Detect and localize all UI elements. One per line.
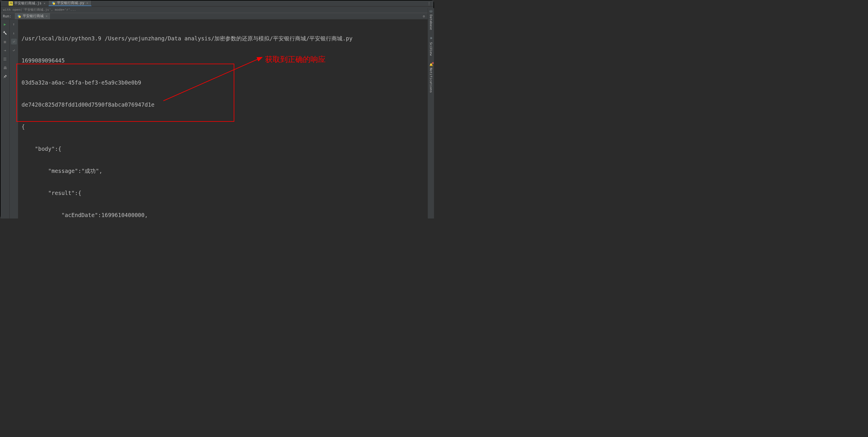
py-file-icon [17,14,21,18]
soft-wrap-button[interactable] [11,39,17,44]
console-line: { [22,121,430,132]
sidebar-notifications[interactable]: Notifications [429,63,433,93]
sidebar-label: Notifications [429,68,433,93]
mark-button[interactable] [2,48,8,53]
console-line: de7420c825d78fdd1d00d7590f8abca076947d1e [22,99,430,110]
run-panel-body: /usr/local/bin/python3.9 /Users/yuejunzh… [1,20,433,218]
editor-tabs-bar: JS 平安银行商城.js × 平安银行商城.py × ⋮ [1,1,433,6]
print-button[interactable] [2,65,8,71]
breadcrumb-text: with open('平安银行商城.js', mode='r'... [3,8,76,11]
run-toolbar-secondary [9,20,18,218]
pin-button[interactable] [2,73,8,79]
annotation-highlight-box [16,64,234,122]
database-icon [429,9,433,14]
console-line: "result":{ [22,187,430,198]
scroll-up-button[interactable] [11,21,17,27]
js-file-icon: JS [9,1,13,5]
tab-label: 平安银行商城.js [14,1,41,6]
run-tab-label: 平安银行商城 [23,14,43,19]
console-line: "message":"成功", [22,165,430,176]
tab-label: 平安银行商城.py [57,1,84,5]
console-line: /usr/local/bin/python3.9 /Users/yuejunzh… [22,33,430,44]
sidebar-database[interactable]: Database [429,9,433,30]
scroll-end-button[interactable] [11,48,17,53]
tab-close-icon[interactable]: × [86,1,88,5]
run-toolbar-primary [1,20,9,218]
sciview-icon [429,37,433,41]
tabs-more-icon[interactable]: ⋮ [427,1,433,6]
sidebar-label: Database [429,14,433,30]
run-config-tab[interactable]: 平安银行商城 × [15,13,50,19]
run-panel-header: Run: 平安银行商城 × [1,13,433,20]
tab-close-icon[interactable]: × [43,1,45,5]
gear-icon[interactable] [423,14,425,18]
tab-js-file[interactable]: JS 平安银行商城.js × [6,1,49,6]
tab-py-file[interactable]: 平安银行商城.py × [49,1,91,6]
notification-dot [432,62,434,64]
right-tool-sidebar: Database SciView Notifications [428,8,434,218]
console-line: "acEndDate":1699610400000, [22,210,430,218]
rerun-button[interactable] [2,21,8,27]
breadcrumb[interactable]: with open('平安银行商城.js', mode='r'... [1,6,433,13]
layout-button[interactable] [2,56,8,62]
scroll-down-button[interactable] [11,30,17,36]
console-line: 03d5a32a-a6ac-45fa-bef3-e5a9c3b0e0b9 [22,77,430,88]
console-line: "body":{ [22,143,430,154]
py-file-icon [52,1,56,5]
stop-button[interactable] [2,39,8,44]
tab-close-icon[interactable]: × [45,14,48,18]
edit-config-button[interactable] [2,30,8,36]
sidebar-label: SciView [429,42,433,56]
console-output[interactable]: /usr/local/bin/python3.9 /Users/yuejunzh… [18,20,433,218]
run-label: Run: [3,14,11,18]
console-line: 1699089096445 [22,55,430,66]
annotation-text: 获取到正确的响应 [265,54,326,65]
sidebar-sciview[interactable]: SciView [429,37,433,56]
